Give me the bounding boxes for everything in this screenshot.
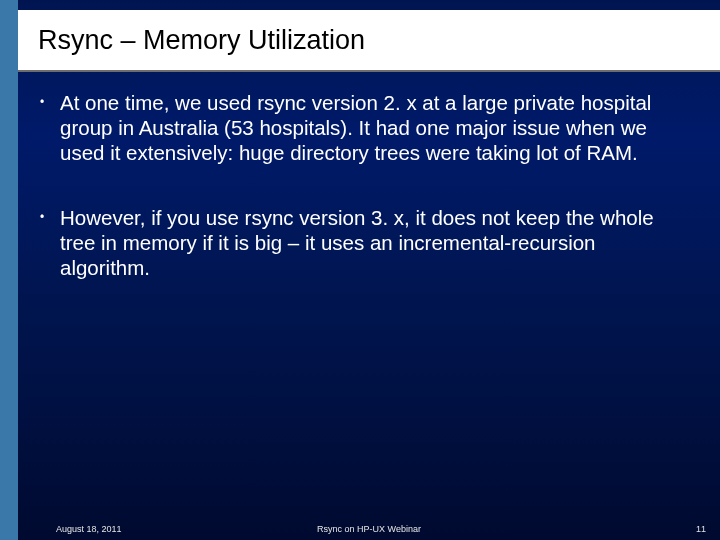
bullet-dot-icon: • (40, 205, 60, 229)
bullet-text: At one time, we used rsync version 2. x … (60, 90, 690, 165)
slide: Rsync – Memory Utilization • At one time… (0, 0, 720, 540)
title-divider (18, 70, 720, 72)
bullet-text: However, if you use rsync version 3. x, … (60, 205, 690, 280)
left-accent-bar (0, 0, 18, 540)
footer: August 18, 2011 Rsync on HP-UX Webinar 1… (18, 524, 720, 534)
bullet-item: • However, if you use rsync version 3. x… (40, 205, 690, 280)
slide-body: • At one time, we used rsync version 2. … (40, 90, 690, 320)
bullet-item: • At one time, we used rsync version 2. … (40, 90, 690, 165)
title-band: Rsync – Memory Utilization (18, 10, 720, 70)
footer-center: Rsync on HP-UX Webinar (18, 524, 720, 534)
slide-title: Rsync – Memory Utilization (38, 25, 365, 56)
bullet-dot-icon: • (40, 90, 60, 114)
